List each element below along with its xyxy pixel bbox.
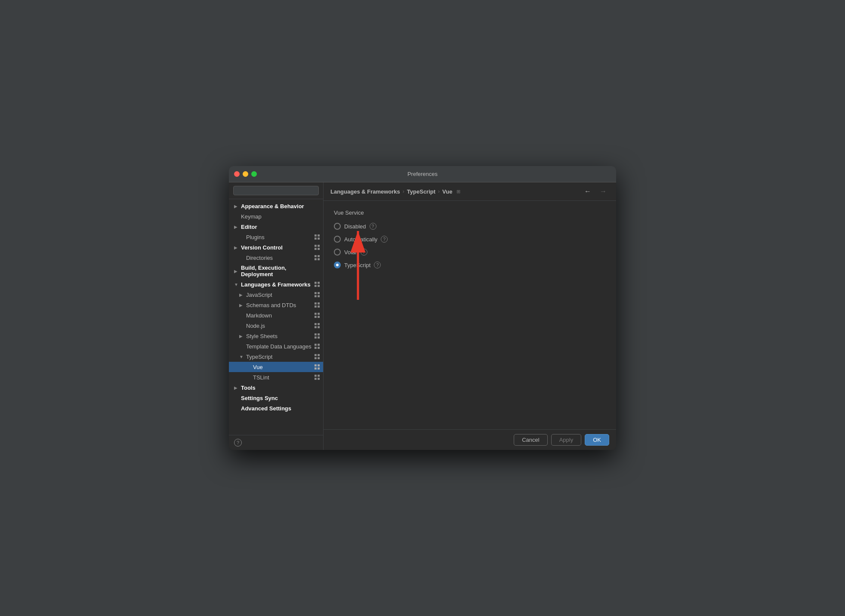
sidebar-item-settings-sync[interactable]: Settings Sync: [229, 393, 323, 403]
grid-icon: [315, 323, 320, 328]
info-icon-disabled[interactable]: ?: [370, 223, 376, 230]
sidebar-item-label: Build, Execution, Deployment: [241, 265, 320, 277]
info-icon-typescript[interactable]: ?: [374, 262, 381, 268]
sidebar-item-label: Vue: [253, 364, 315, 370]
sidebar-item-label: Version Control: [241, 244, 315, 251]
breadcrumb-separator: ›: [438, 188, 440, 194]
svg-rect-30: [315, 326, 317, 328]
breadcrumb-item-vue[interactable]: Vue: [442, 188, 452, 195]
svg-rect-41: [318, 354, 320, 356]
svg-rect-17: [318, 292, 320, 294]
svg-rect-33: [318, 333, 320, 336]
sidebar-item-tslint[interactable]: TSLint: [229, 372, 323, 382]
radio-item-disabled[interactable]: Disabled ?: [334, 223, 606, 230]
radio-circle-volar[interactable]: [334, 249, 341, 256]
sidebar-item-nodejs[interactable]: Node.js: [229, 320, 323, 331]
radio-circle-automatically[interactable]: [334, 236, 341, 243]
svg-rect-44: [315, 364, 317, 367]
chevron-icon: ▶: [239, 303, 244, 308]
window-title: Preferences: [407, 171, 438, 177]
breadcrumb-grid-icon: ⊞: [456, 189, 460, 194]
radio-item-automatically[interactable]: Automatically ?: [334, 236, 606, 243]
sidebar-list: ▶ Appearance & Behavior Keymap ▶ Editor …: [229, 199, 323, 435]
chevron-icon: ▶: [234, 269, 239, 274]
breadcrumb-item-typescript[interactable]: TypeScript: [407, 188, 435, 195]
sidebar-item-style-sheets[interactable]: ▶ Style Sheets: [229, 331, 323, 341]
svg-rect-4: [315, 245, 317, 247]
info-icon-automatically[interactable]: ?: [381, 236, 388, 243]
svg-rect-39: [318, 347, 320, 349]
title-bar: Preferences: [229, 166, 616, 182]
close-button[interactable]: [234, 171, 240, 177]
svg-rect-46: [315, 367, 317, 370]
search-input[interactable]: [233, 186, 319, 195]
cancel-button[interactable]: Cancel: [514, 434, 547, 446]
sidebar-item-directories[interactable]: Directories: [229, 253, 323, 263]
vue-service-title: Vue Service: [334, 209, 606, 216]
sidebar-item-label: Plugins: [246, 234, 315, 240]
sidebar-item-label: Markdown: [246, 312, 315, 319]
radio-circle-typescript[interactable]: [334, 262, 341, 268]
svg-rect-22: [315, 305, 317, 308]
nav-forward-button[interactable]: →: [597, 187, 609, 196]
footer: Cancel Apply OK: [324, 429, 616, 450]
svg-rect-1: [318, 234, 320, 237]
ok-button[interactable]: OK: [585, 434, 609, 446]
sidebar-item-label: JavaScript: [246, 292, 315, 298]
vue-service-radio-group: Disabled ? Automatically ? Volar ?: [334, 223, 606, 268]
window-controls: [234, 171, 257, 177]
sidebar-item-plugins[interactable]: Plugins: [229, 232, 323, 242]
svg-rect-10: [315, 258, 317, 260]
sidebar-item-languages-frameworks[interactable]: ▼ Languages & Frameworks: [229, 279, 323, 290]
radio-circle-disabled[interactable]: [334, 223, 341, 230]
sidebar-item-vue[interactable]: Vue: [229, 362, 323, 372]
grid-icon: [315, 333, 320, 339]
nav-back-button[interactable]: ←: [582, 187, 594, 196]
chevron-icon: ▶: [234, 385, 239, 390]
svg-rect-12: [315, 282, 317, 284]
sidebar-item-typescript[interactable]: ▼ TypeScript: [229, 351, 323, 362]
sidebar-item-build-execution[interactable]: ▶ Build, Execution, Deployment: [229, 263, 323, 279]
svg-rect-38: [315, 347, 317, 349]
radio-label-volar: Volar: [344, 249, 357, 256]
svg-rect-14: [315, 285, 317, 287]
sidebar-item-label: Advanced Settings: [241, 405, 320, 412]
breadcrumb-item-languages[interactable]: Languages & Frameworks: [330, 188, 400, 195]
apply-button[interactable]: Apply: [551, 434, 582, 446]
chevron-icon: ▼: [239, 354, 244, 359]
sidebar-item-template-data[interactable]: Template Data Languages: [229, 341, 323, 351]
sidebar-item-appearance-behavior[interactable]: ▶ Appearance & Behavior: [229, 201, 323, 211]
sidebar-item-label: Schemas and DTDs: [246, 302, 315, 308]
sidebar-item-markdown[interactable]: Markdown: [229, 310, 323, 320]
maximize-button[interactable]: [251, 171, 257, 177]
main-content: ⌕ ▶ Appearance & Behavior Keymap ▶: [229, 182, 616, 450]
grid-icon: [315, 282, 320, 287]
minimize-button[interactable]: [243, 171, 248, 177]
svg-rect-21: [318, 302, 320, 305]
sidebar-item-editor[interactable]: ▶ Editor: [229, 222, 323, 232]
svg-rect-37: [318, 344, 320, 346]
svg-rect-47: [318, 367, 320, 370]
sidebar-item-schemas-dtds[interactable]: ▶ Schemas and DTDs: [229, 300, 323, 310]
radio-item-volar[interactable]: Volar ?: [334, 249, 606, 256]
sidebar-item-keymap[interactable]: Keymap: [229, 211, 323, 222]
svg-rect-18: [315, 295, 317, 297]
sidebar-item-advanced-settings[interactable]: Advanced Settings: [229, 403, 323, 413]
svg-rect-9: [318, 255, 320, 257]
sidebar-item-label: Template Data Languages: [246, 343, 315, 350]
radio-label-automatically: Automatically: [344, 236, 377, 243]
sidebar-item-javascript[interactable]: ▶ JavaScript: [229, 290, 323, 300]
svg-rect-13: [318, 282, 320, 284]
sidebar-item-label: Node.js: [246, 323, 315, 329]
sidebar-item-label: Settings Sync: [241, 395, 320, 401]
grid-icon: [315, 255, 320, 260]
info-icon-volar[interactable]: ?: [361, 249, 367, 256]
svg-rect-31: [318, 326, 320, 328]
help-icon[interactable]: ?: [234, 439, 242, 447]
chevron-icon: ▶: [234, 245, 239, 250]
grid-icon: [315, 344, 320, 349]
grid-icon: [315, 245, 320, 250]
sidebar-item-version-control[interactable]: ▶ Version Control: [229, 242, 323, 253]
radio-item-typescript[interactable]: TypeScript ?: [334, 262, 606, 268]
sidebar-item-tools[interactable]: ▶ Tools: [229, 382, 323, 393]
